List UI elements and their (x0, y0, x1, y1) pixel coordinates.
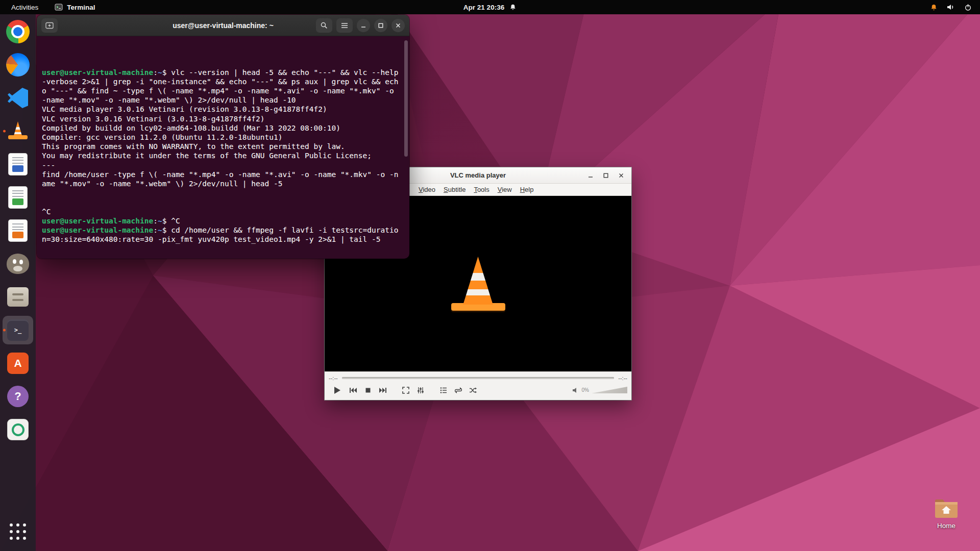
ubuntu-software-icon: A (7, 353, 29, 374)
terminal-close-button[interactable] (391, 19, 405, 32)
ubuntu-software-glyph: A (14, 357, 21, 369)
home-folder-label: Home (937, 522, 955, 530)
equalizer-icon (417, 387, 424, 394)
terminal-window-title: user@user-virtual-machine: ~ (173, 21, 274, 30)
dock-item-files[interactable] (3, 283, 33, 311)
dock-item-vscode[interactable] (3, 84, 33, 112)
fullscreen-button[interactable] (399, 384, 412, 397)
clock-label: Apr 21 20:36 (463, 4, 504, 11)
help-icon: ? (7, 386, 29, 407)
dock-item-ubuntu-software[interactable]: A (3, 349, 33, 378)
app-grid-dot (10, 537, 13, 540)
dock-item-gimp[interactable] (3, 249, 33, 278)
seek-slider[interactable] (342, 377, 615, 379)
terminal-line: -name "*.mov" -o -name "*.webm" \) 2>/de… (42, 95, 404, 105)
speaker-icon[interactable] (572, 387, 579, 394)
terminal-line (42, 188, 404, 197)
help-glyph: ? (14, 390, 21, 403)
new-tab-button[interactable] (41, 18, 58, 33)
loop-icon (455, 387, 462, 394)
menu-help[interactable]: Help (517, 185, 537, 194)
dock-item-terminal[interactable]: >_ (3, 316, 33, 344)
dock-item-chrome[interactable] (3, 17, 33, 46)
terminal-line: Compiled by buildd on lcy02-amd64-108.bu… (42, 123, 404, 133)
dock-item-app-grid[interactable] (3, 517, 33, 546)
vlc-close-button[interactable] (615, 170, 627, 181)
terminal-minimize-button[interactable] (357, 19, 370, 32)
terminal-output[interactable]: user@user-virtual-machine:~$ vlc --versi… (37, 36, 409, 259)
terminal-line: o "---" && find ~ -type f \( -name "*.mp… (42, 86, 404, 95)
terminal-line: -verbose 2>&1 | grep -i "one-instance" &… (42, 77, 404, 86)
dock-item-firefox[interactable] (3, 51, 33, 79)
vlc-window-title: VLC media player (450, 171, 506, 179)
terminal-titlebar[interactable]: user@user-virtual-machine: ~ (37, 15, 409, 36)
snap-store-icon (7, 419, 29, 440)
terminal-line: find /home/user -type f \( -name "*.mp4"… (42, 170, 404, 179)
terminal-line: You may redistribute it under the terms … (42, 151, 404, 160)
running-indicator (3, 130, 6, 133)
files-icon (7, 287, 29, 307)
new-tab-icon (45, 22, 54, 29)
terminal-search-button[interactable] (316, 18, 332, 33)
home-folder-icon (934, 498, 959, 519)
close-icon (395, 22, 401, 29)
fullscreen-icon (402, 387, 409, 394)
vlc-controls: --:-- --:-- (325, 371, 631, 400)
dock-item-help[interactable]: ? (3, 382, 33, 411)
app-grid-dot (23, 523, 26, 527)
terminal-line: ^C (42, 207, 404, 216)
app-grid-dot (16, 537, 19, 540)
menu-subtitle[interactable]: Subtitle (440, 185, 469, 194)
home-folder-shortcut[interactable]: Home (926, 498, 967, 530)
activities-button[interactable]: Activities (9, 3, 40, 12)
system-tray[interactable] (930, 4, 980, 11)
stop-icon (364, 387, 372, 394)
menu-tools[interactable]: Tools (470, 185, 493, 194)
loop-button[interactable] (452, 384, 465, 397)
app-grid-dot (10, 523, 13, 527)
play-button[interactable] (329, 384, 345, 397)
update-notification-icon (930, 4, 938, 11)
focused-app-menu[interactable]: Terminal (55, 3, 95, 11)
playlist-icon (440, 387, 447, 394)
menu-view[interactable]: View (494, 185, 516, 194)
playlist-button[interactable] (437, 384, 450, 397)
next-button[interactable] (376, 384, 389, 397)
terminal-window: user@user-virtual-machine: ~ (37, 15, 409, 259)
terminal-line: user@user-virtual-machine:~$ cd /home/us… (42, 226, 404, 235)
volume-slider[interactable] (592, 387, 627, 393)
running-indicator (3, 329, 6, 332)
terminal-scrollbar[interactable] (404, 40, 408, 157)
terminal-line: n=30:size=640x480:rate=30 -pix_fmt yuv42… (42, 235, 404, 244)
minimize-icon (360, 22, 366, 29)
random-button[interactable] (467, 384, 480, 397)
stop-button[interactable] (361, 384, 375, 397)
app-grid-dot (16, 523, 19, 527)
terminal-maximize-button[interactable] (374, 19, 387, 32)
next-icon (379, 387, 387, 394)
app-grid-dot (16, 530, 19, 533)
app-grid-icon (10, 523, 26, 540)
dock-item-vlc[interactable] (3, 117, 33, 145)
dock-item-impress[interactable] (3, 216, 33, 245)
previous-button[interactable] (347, 384, 360, 397)
clock-menu[interactable]: Apr 21 20:36 (463, 4, 517, 11)
volume-icon (947, 4, 955, 11)
vlc-maximize-button[interactable] (600, 170, 611, 181)
dock-item-writer[interactable] (3, 150, 33, 179)
volume-percent-label: 0% (582, 387, 589, 393)
terminal-menu-button[interactable] (336, 18, 353, 33)
close-icon (618, 172, 624, 179)
vlc-minimize-button[interactable] (584, 170, 596, 181)
power-icon (964, 4, 972, 11)
extended-settings-button[interactable] (414, 384, 427, 397)
play-icon (332, 385, 342, 395)
dock: >_A? (0, 14, 36, 551)
terminal-line: Compiler: gcc version 11.2.0 (Ubuntu 11.… (42, 133, 404, 142)
maximize-icon (603, 172, 609, 179)
menu-video[interactable]: Video (415, 185, 439, 194)
dock-item-calc[interactable] (3, 183, 33, 212)
terminal-line: ame "*.mov" -o -name "*.webm" \) 2>/dev/… (42, 179, 404, 188)
vlc-window-buttons (584, 170, 631, 181)
dock-item-snap-store[interactable] (3, 415, 33, 444)
